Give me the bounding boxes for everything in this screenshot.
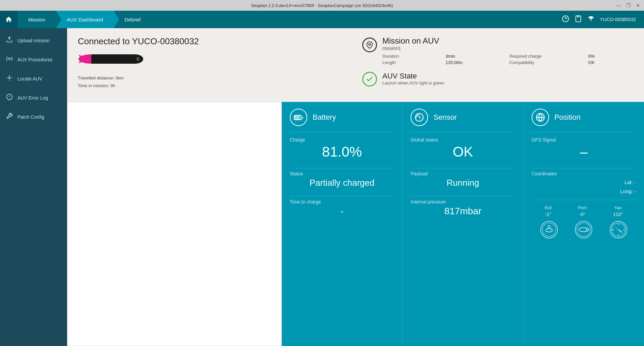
mission-grid: Duration 3min Required charge 0% Length … [382, 54, 633, 65]
required-charge-label: Required charge [509, 54, 580, 59]
svg-text:E: E [624, 229, 625, 231]
svg-point-16 [369, 43, 371, 45]
svg-point-23 [548, 226, 550, 228]
long-value: Long: - [532, 187, 636, 196]
locate-icon [5, 74, 13, 83]
auv-image [78, 51, 349, 69]
info-left: Connected to YUCO-00380032 [78, 36, 349, 94]
svg-point-3 [590, 20, 591, 21]
coordinates-values: Lat: - Long: - [532, 178, 636, 196]
main-layout: Upload mission AUV Procedures Locate AUV [0, 28, 644, 346]
lat-value: Lat: - [532, 178, 636, 187]
sidebar: Upload mission AUV Procedures Locate AUV [0, 28, 67, 346]
time-to-charge-label: Time to charge [290, 199, 394, 205]
auv-state-icon [362, 72, 377, 86]
minimize-button[interactable]: — [615, 3, 622, 8]
auv-state-title: AUV State [382, 72, 444, 80]
svg-line-32 [619, 230, 622, 232]
home-button[interactable] [0, 11, 17, 28]
tab-auv-dashboard[interactable]: AUV Dashboard [56, 11, 114, 28]
help-icon[interactable] [562, 15, 569, 24]
compass-circles-row: N S W E [532, 221, 636, 238]
pitch-item: Pitch -0° [578, 206, 587, 217]
sidebar-item-patch-config[interactable]: Patch Config [0, 107, 67, 126]
map-panel [67, 102, 282, 346]
coordinates-label: Coordinates [532, 171, 636, 176]
window-title: Seaplan 2.2.0.dev14+revc57f80f - Seaplan… [251, 3, 393, 8]
clipboard-icon[interactable] [575, 15, 582, 24]
compatibility-label: Compatibility [509, 60, 580, 65]
status-value: Partially charged [290, 178, 394, 188]
mission-section: Mission on AUV mission1 Duration 3min Re… [362, 36, 633, 65]
time-in-mission: Time in mission: 0h [78, 82, 349, 90]
charge-label: Charge [290, 137, 394, 142]
auv-state-subtitle: Launch when AUV light is green [382, 80, 444, 85]
mission-title: Mission on AUV [382, 36, 633, 46]
sensor-title: Sensor [433, 113, 457, 122]
svg-text:N: N [618, 223, 620, 225]
sidebar-label-error-log: AUV Error Log [17, 95, 48, 101]
sidebar-item-upload-mission[interactable]: Upload mission [0, 31, 67, 50]
position-card: Position GPS Signal – Coordinates Lat: -… [524, 102, 644, 346]
tab-mission[interactable]: Mission [17, 11, 56, 28]
tab-debrief[interactable]: Debrief [114, 11, 151, 28]
state-details: AUV State Launch when AUV light is green [382, 72, 444, 85]
error-log-icon [5, 94, 13, 102]
procedures-icon [5, 55, 13, 64]
internal-pressure-label: Internal pressure [411, 199, 515, 205]
gps-signal-value: – [532, 144, 636, 160]
duration-value: 3min [445, 54, 501, 59]
svg-point-25 [579, 228, 588, 232]
orientation-row: Roll -1° Pitch -0° Yaw 110° [532, 206, 636, 217]
svg-line-33 [615, 227, 619, 230]
length-value: 120.00m [445, 60, 501, 65]
sidebar-item-auv-procedures[interactable]: AUV Procedures [0, 50, 67, 69]
battery-icon [290, 109, 307, 126]
global-status-label: Global status [411, 137, 515, 142]
svg-point-21 [542, 223, 556, 236]
pitch-compass [575, 221, 592, 238]
auv-state-section: AUV State Launch when AUV light is green [362, 72, 633, 86]
svg-point-5 [9, 58, 10, 60]
length-label: Length [382, 60, 437, 65]
content-area: Connected to YUCO-00380032 [67, 28, 644, 346]
mission-name: mission1 [382, 46, 633, 51]
svg-point-6 [9, 77, 10, 79]
svg-rect-18 [295, 116, 300, 119]
upload-icon [5, 36, 13, 45]
svg-rect-2 [577, 15, 579, 17]
nav-tabs: Mission AUV Dashboard Debrief [17, 11, 562, 28]
sidebar-item-locate-auv[interactable]: Locate AUV [0, 69, 67, 88]
travelled-distance: Travelled distance: 0km [78, 74, 349, 82]
info-right: Mission on AUV mission1 Duration 3min Re… [362, 36, 633, 94]
position-title: Position [554, 113, 581, 122]
charge-value: 81.0% [290, 144, 394, 160]
title-bar: Seaplan 2.2.0.dev14+revc57f80f - Seaplan… [0, 0, 644, 11]
device-name: YUCO-00380032 [600, 17, 636, 22]
mission-icon [362, 38, 377, 52]
payload-value: Running [411, 178, 515, 188]
maximize-button[interactable]: ❐ [625, 3, 632, 8]
svg-point-12 [126, 54, 143, 64]
internal-pressure-value: 817mbar [411, 206, 515, 217]
patch-config-icon [5, 113, 13, 121]
position-icon [532, 109, 549, 126]
window-controls[interactable]: — ❐ ✕ [615, 3, 641, 8]
sidebar-label-locate: Locate AUV [17, 76, 42, 81]
global-status-value: OK [411, 144, 515, 160]
nav-right: YUCO-00380032 [562, 15, 644, 24]
sidebar-label-upload: Upload mission [17, 38, 50, 43]
status-label: Status [290, 171, 394, 176]
svg-text:S: S [618, 234, 620, 236]
yaw-compass: N S W E [610, 221, 627, 238]
close-button[interactable]: ✕ [635, 3, 641, 8]
sidebar-item-error-log[interactable]: AUV Error Log [0, 88, 67, 107]
sidebar-label-procedures: AUV Procedures [17, 57, 52, 62]
top-nav: Mission AUV Dashboard Debrief [0, 11, 644, 28]
svg-point-22 [546, 229, 552, 232]
stats-text: Travelled distance: 0km Time in mission:… [78, 74, 349, 90]
svg-text:W: W [612, 229, 614, 231]
sensor-icon [411, 109, 428, 126]
roll-item: Roll -1° [545, 206, 552, 217]
roll-compass [540, 221, 558, 238]
